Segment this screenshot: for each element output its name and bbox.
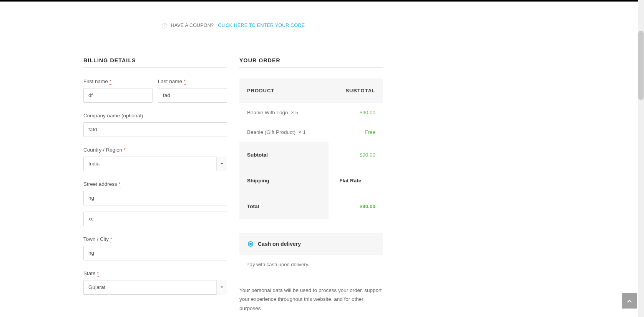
required-mark: * — [97, 270, 99, 277]
order-item-qty: × 5 — [291, 110, 298, 115]
subtotal-label: Subtotal — [239, 142, 329, 168]
country-select-wrap — [83, 157, 227, 171]
order-column: YOUR ORDER PRODUCT SUBTOTAL Beanie With … — [239, 57, 383, 313]
street-address-1-input[interactable] — [83, 191, 227, 205]
checkout-columns: BILLING DETAILS First name * Last name * — [83, 57, 383, 313]
page: i HAVE A COUPON? CLICK HERE TO ENTER YOU… — [0, 2, 596, 313]
order-col-product: PRODUCT — [239, 78, 329, 103]
billing-heading: BILLING DETAILS — [83, 57, 227, 68]
scrollbar-thumb[interactable] — [638, 31, 644, 100]
label-city-text: Town / City — [83, 236, 109, 242]
order-table: PRODUCT SUBTOTAL Beanie With Logo × 5 $9… — [239, 78, 383, 219]
state-select[interactable] — [83, 280, 227, 295]
label-country: Country / Region * — [83, 147, 227, 153]
scroll-to-top-button[interactable] — [622, 293, 637, 309]
required-mark: * — [184, 78, 186, 85]
privacy-text: Your personal data will be used to proce… — [239, 286, 383, 313]
required-mark: * — [119, 181, 121, 187]
first-name-input[interactable] — [83, 88, 153, 103]
chevron-up-icon — [626, 298, 632, 304]
label-first-name-text: First name — [83, 78, 108, 84]
shipping-label: Shipping — [239, 168, 329, 194]
total-value: $90.00 — [329, 194, 383, 219]
billing-column: BILLING DETAILS First name * Last name * — [83, 57, 227, 313]
payment-method-description: Pay with cash upon delivery. — [239, 262, 383, 267]
order-item-name: Beanie (Gift Product) — [247, 129, 295, 135]
company-input[interactable] — [83, 122, 227, 137]
shipping-value: Flat Rate — [329, 168, 383, 194]
coupon-question: HAVE A COUPON? — [171, 23, 214, 28]
order-item-name: Beanie With Logo — [247, 110, 288, 115]
label-street-text: Street address — [83, 181, 117, 187]
label-last-name: Last name * — [158, 78, 227, 84]
country-select[interactable] — [83, 157, 227, 171]
payment-method-row[interactable]: Cash on delivery — [239, 233, 383, 255]
coupon-notice: i HAVE A COUPON? CLICK HERE TO ENTER YOU… — [83, 17, 383, 34]
coupon-toggle-link[interactable]: CLICK HERE TO ENTER YOUR CODE — [218, 23, 305, 28]
info-icon: i — [162, 23, 167, 28]
order-heading: YOUR ORDER — [239, 57, 383, 68]
city-input[interactable] — [83, 246, 227, 260]
radio-selected-icon — [248, 241, 253, 247]
required-mark: * — [110, 236, 112, 242]
scrollbar-track[interactable] — [638, 0, 644, 313]
label-first-name: First name * — [83, 78, 153, 84]
required-mark: * — [124, 147, 126, 153]
checkout-container: i HAVE A COUPON? CLICK HERE TO ENTER YOU… — [83, 2, 383, 313]
label-state-text: State — [83, 270, 96, 276]
label-city: Town / City * — [83, 236, 227, 242]
order-item-row: Beanie With Logo × 5 $90.00 — [239, 103, 383, 122]
order-item-row: Beanie (Gift Product) × 1 Free — [239, 122, 383, 142]
required-mark: * — [110, 78, 111, 85]
label-street: Street address * — [83, 181, 227, 187]
label-company: Company name (optional) — [83, 113, 227, 118]
order-item-qty: × 1 — [299, 129, 306, 135]
subtotal-value: $90.00 — [329, 142, 383, 168]
last-name-input[interactable] — [158, 88, 227, 103]
order-col-subtotal: SUBTOTAL — [329, 78, 383, 103]
order-item-price: Free — [329, 122, 383, 142]
order-item-price: $90.00 — [329, 103, 383, 122]
label-state: State * — [83, 270, 227, 276]
payment-method-label: Cash on delivery — [258, 241, 301, 247]
label-last-name-text: Last name — [158, 78, 182, 84]
street-address-2-input[interactable] — [83, 212, 227, 226]
total-label: Total — [239, 194, 329, 219]
state-select-wrap — [83, 280, 227, 295]
label-country-text: Country / Region — [83, 147, 122, 153]
